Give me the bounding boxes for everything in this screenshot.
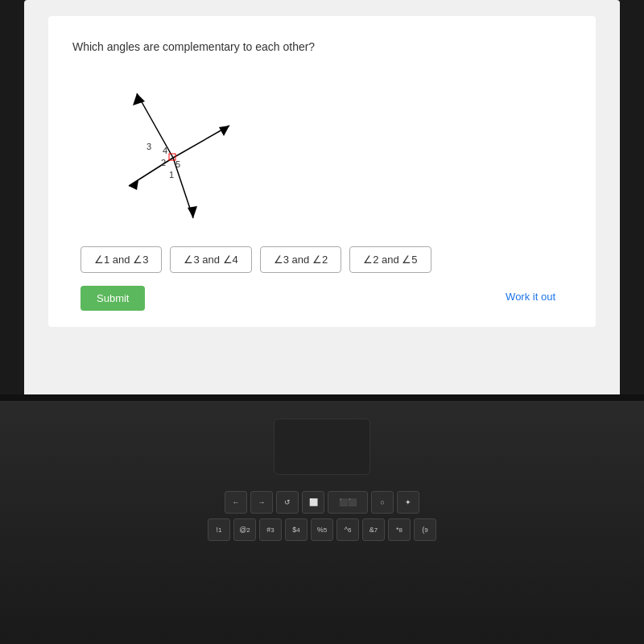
fullscreen-key[interactable]: ⬜	[302, 491, 324, 514]
symbol-key-row: !1 @2 #3 $4 %5 ^6 &7 *8 (9	[16, 518, 628, 541]
svg-line-0	[137, 93, 173, 158]
content-area: Which angles are complementary to each o…	[48, 16, 596, 327]
work-it-out-link[interactable]: Work it out	[506, 291, 555, 303]
question-text: Which angles are complementary to each o…	[72, 40, 572, 53]
choice-2-button[interactable]: ∠3 and ∠4	[170, 246, 251, 273]
svg-marker-7	[129, 180, 138, 190]
choice-3-button[interactable]: ∠3 and ∠2	[260, 246, 341, 273]
function-key-row: ← → ↺ ⬜ ⬛⬛ ○ ✦	[16, 491, 628, 514]
svg-marker-5	[188, 206, 197, 218]
answer-choices: ∠1 and ∠3 ∠3 and ∠4 ∠3 and ∠2 ∠2 and ∠5	[80, 246, 572, 273]
lparen-key[interactable]: (9	[414, 518, 436, 541]
percent-key[interactable]: %5	[311, 518, 333, 541]
laptop-hinge	[0, 394, 644, 401]
laptop-body: acer ← → ↺ ⬜ ⬛⬛ ○ ✦ !1 @2 #3 $4 %5 ^6 &7…	[0, 394, 644, 644]
svg-text:5: 5	[175, 159, 180, 169]
back-key[interactable]: ←	[225, 491, 247, 514]
svg-text:1: 1	[169, 170, 174, 180]
brightness-up-key[interactable]: ✦	[397, 491, 419, 514]
laptop-screen: Which angles are complementary to each o…	[24, 0, 620, 394]
svg-text:2: 2	[161, 158, 166, 167]
caret-key[interactable]: ^6	[336, 518, 359, 541]
at-key[interactable]: @2	[233, 518, 256, 541]
choice-3-label: ∠3 and ∠2	[274, 254, 328, 266]
exclaim-key[interactable]: !1	[208, 518, 230, 541]
choice-4-button[interactable]: ∠2 and ∠5	[349, 246, 431, 273]
window-key[interactable]: ⬛⬛	[328, 491, 368, 514]
choice-4-label: ∠2 and ∠5	[363, 254, 417, 266]
angle-diagram: 3 4 2 5 1	[89, 69, 250, 230]
svg-line-6	[129, 158, 173, 186]
hash-key[interactable]: #3	[259, 518, 282, 541]
svg-text:3: 3	[147, 142, 151, 151]
touchpad[interactable]	[274, 419, 370, 475]
svg-text:4: 4	[163, 146, 167, 155]
dollar-key[interactable]: $4	[285, 518, 308, 541]
amp-key[interactable]: &7	[362, 518, 385, 541]
choice-1-button[interactable]: ∠1 and ∠3	[80, 246, 162, 273]
keyboard: ← → ↺ ⬜ ⬛⬛ ○ ✦ !1 @2 #3 $4 %5 ^6 &7 *8 (…	[16, 491, 628, 620]
submit-button[interactable]: Submit	[80, 286, 145, 311]
choice-2-label: ∠3 and ∠4	[184, 254, 237, 266]
asterisk-key[interactable]: *8	[388, 518, 411, 541]
forward-key[interactable]: →	[250, 491, 273, 514]
choice-1-label: ∠1 and ∠3	[94, 254, 148, 266]
brightness-down-key[interactable]: ○	[371, 491, 394, 514]
refresh-key[interactable]: ↺	[276, 491, 299, 514]
